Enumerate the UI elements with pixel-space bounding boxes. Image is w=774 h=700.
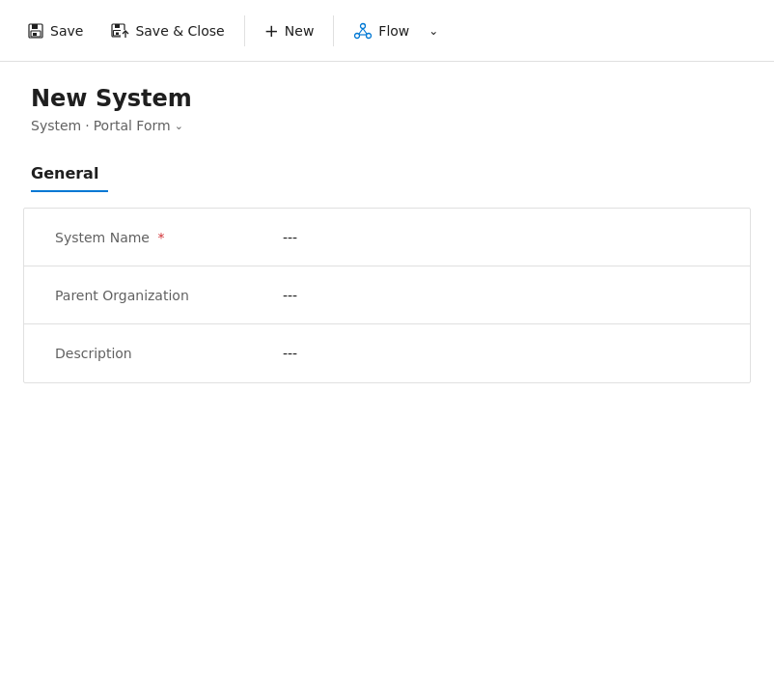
- form-card: System Name * --- Parent Organization --…: [23, 208, 751, 383]
- page-header: New System System · Portal Form ⌄: [0, 62, 774, 149]
- flow-icon: [353, 22, 373, 40]
- svg-rect-1: [32, 24, 38, 29]
- description-value[interactable]: ---: [283, 346, 297, 361]
- save-icon: [27, 22, 44, 40]
- svg-line-14: [359, 28, 363, 34]
- form-row-parent-org: Parent Organization ---: [24, 266, 750, 324]
- toolbar-divider-2: [333, 15, 334, 46]
- flow-button[interactable]: Flow: [342, 16, 421, 45]
- breadcrumb-separator: ·: [85, 118, 89, 133]
- breadcrumb-item-portal-form: Portal Form: [94, 118, 171, 133]
- new-label: New: [285, 23, 315, 39]
- save-button[interactable]: Save: [15, 16, 95, 45]
- toolbar-divider-1: [244, 15, 245, 46]
- save-label: Save: [50, 23, 83, 39]
- toolbar: Save Save & Close + New: [0, 0, 774, 62]
- svg-rect-5: [115, 24, 120, 28]
- svg-point-12: [361, 23, 366, 28]
- system-name-value[interactable]: ---: [283, 230, 297, 245]
- flow-label: Flow: [378, 23, 409, 39]
- breadcrumb-portal-form-dropdown[interactable]: Portal Form ⌄: [94, 118, 183, 133]
- breadcrumb: System · Portal Form ⌄: [31, 118, 743, 133]
- form-row-description: Description ---: [24, 324, 750, 382]
- svg-rect-3: [33, 33, 37, 36]
- description-label: Description: [55, 346, 267, 361]
- svg-point-11: [367, 33, 372, 38]
- breadcrumb-chevron-icon: ⌄: [175, 120, 183, 132]
- parent-org-label: Parent Organization: [55, 288, 267, 303]
- flow-dropdown-button[interactable]: ⌄: [425, 18, 442, 43]
- new-button[interactable]: + New: [253, 14, 326, 46]
- flow-chevron-icon: ⌄: [428, 24, 438, 38]
- section-title-general: General: [31, 164, 108, 192]
- breadcrumb-item-system: System: [31, 118, 81, 133]
- svg-point-10: [355, 33, 360, 38]
- system-name-label: System Name *: [55, 230, 267, 245]
- svg-line-15: [363, 28, 367, 34]
- general-section: General: [0, 149, 774, 192]
- save-close-icon: [110, 22, 129, 40]
- new-icon: +: [264, 20, 279, 41]
- page-title: New System: [31, 85, 743, 112]
- system-name-required-indicator: *: [157, 230, 164, 245]
- save-close-button[interactable]: Save & Close: [98, 16, 235, 45]
- form-row-system-name: System Name * ---: [24, 209, 750, 266]
- svg-rect-7: [116, 32, 119, 35]
- save-close-label: Save & Close: [135, 23, 224, 39]
- parent-org-value[interactable]: ---: [283, 288, 297, 303]
